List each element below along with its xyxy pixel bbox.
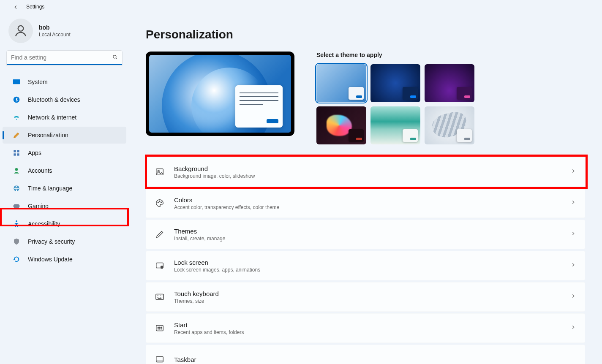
svg-rect-19 [156,294,163,300]
nav-privacy[interactable]: Privacy & security [3,233,126,250]
theme-option-5[interactable] [370,106,420,144]
sidebar: bob Local Account System Bluetooth & dev… [0,14,129,364]
nav-accounts[interactable]: Accounts [3,162,126,179]
display-icon [13,78,20,86]
nav-label: Apps [28,149,41,156]
svg-point-16 [161,202,162,203]
chevron-right-icon [570,293,576,301]
theme-option-1[interactable] [316,64,366,102]
app-title: Settings [26,4,44,10]
nav-update[interactable]: Windows Update [3,251,126,268]
nav-label: System [28,79,48,85]
svg-rect-20 [156,326,163,331]
svg-point-24 [158,329,158,329]
theme-option-6[interactable] [425,106,474,144]
nav-network[interactable]: Network & internet [3,109,126,126]
gamepad-icon [13,202,20,210]
nav-bluetooth[interactable]: Bluetooth & devices [3,91,126,108]
chevron-right-icon [570,231,576,238]
svg-rect-7 [17,153,19,155]
lockscreen-icon [155,261,165,270]
item-taskbar[interactable]: Taskbar [146,345,585,364]
brush-icon [13,131,20,139]
svg-point-25 [159,329,160,329]
item-lockscreen[interactable]: Lock screenLock screen images, apps, ani… [146,251,585,280]
chevron-right-icon [570,199,576,207]
nav-label: Accounts [28,167,52,174]
item-themes[interactable]: ThemesInstall, create, manage [146,220,585,249]
nav-list: System Bluetooth & devices Network & int… [0,73,129,268]
svg-point-0 [18,26,24,31]
palette-icon [155,198,165,208]
search-input[interactable] [7,51,122,65]
item-desc: Background image, color, slideshow [174,173,255,179]
item-colors[interactable]: ColorsAccent color, transparency effects… [146,188,585,218]
chevron-right-icon [570,168,576,176]
theme-option-3[interactable] [425,64,474,102]
theme-option-4[interactable] [316,106,366,144]
preview-window [235,85,283,128]
item-title: Start [174,321,244,329]
search-box[interactable] [7,51,122,65]
svg-point-1 [113,55,116,58]
nav-label: Gaming [28,203,49,209]
svg-rect-10 [14,204,20,208]
svg-point-3 [14,97,20,103]
svg-point-21 [158,327,158,328]
svg-point-14 [158,202,158,203]
svg-rect-27 [156,357,163,362]
item-desc: Lock screen images, apps, animations [174,267,260,273]
back-icon[interactable] [13,4,18,9]
avatar [8,19,33,43]
nav-apps[interactable]: Apps [3,144,126,161]
globe-icon [13,185,20,192]
svg-rect-2 [13,79,20,84]
apps-icon [13,149,20,157]
nav-label: Accessibility [28,220,60,227]
nav-personalization[interactable]: Personalization [3,127,126,144]
item-title: Colors [174,196,279,204]
svg-rect-18 [161,266,163,269]
settings-list: BackgroundBackground image, color, slide… [146,157,585,361]
svg-point-8 [15,168,18,171]
item-title: Background [174,165,255,172]
shield-icon [13,238,20,245]
theme-grid [316,64,474,144]
item-background[interactable]: BackgroundBackground image, color, slide… [146,157,585,187]
theme-option-2[interactable] [370,64,420,102]
svg-point-23 [161,327,162,328]
svg-point-22 [159,327,160,328]
bluetooth-icon [13,96,20,103]
profile-sub: Local Account [39,32,71,38]
svg-point-26 [161,329,162,329]
svg-point-15 [159,201,160,202]
accessibility-icon [13,220,20,228]
nav-system[interactable]: System [3,73,126,90]
item-desc: Themes, size [174,298,219,304]
nav-label: Personalization [28,132,68,139]
item-title: Touch keyboard [174,290,219,297]
nav-accessibility[interactable]: Accessibility [3,215,126,232]
person-icon [13,167,20,174]
nav-gaming[interactable]: Gaming [3,198,126,215]
item-desc: Accent color, transparency effects, colo… [174,204,279,210]
image-icon [155,167,165,177]
svg-rect-5 [17,150,19,152]
item-start[interactable]: StartRecent apps and items, folders [146,313,585,343]
item-title: Themes [174,228,225,235]
search-icon [112,54,118,62]
taskbar-icon [155,356,165,363]
nav-label: Windows Update [28,256,73,263]
nav-label: Bluetooth & devices [28,96,80,103]
pen-icon [155,230,165,239]
page-title: Personalization [146,28,585,41]
wifi-icon [13,114,20,121]
svg-rect-4 [14,150,16,152]
item-touch-keyboard[interactable]: Touch keyboardThemes, size [146,282,585,312]
profile-block[interactable]: bob Local Account [0,19,129,51]
nav-time[interactable]: Time & language [3,180,126,197]
chevron-right-icon [570,262,576,269]
item-desc: Install, create, manage [174,236,225,242]
desktop-preview[interactable] [146,52,294,136]
item-title: Lock screen [174,259,260,266]
